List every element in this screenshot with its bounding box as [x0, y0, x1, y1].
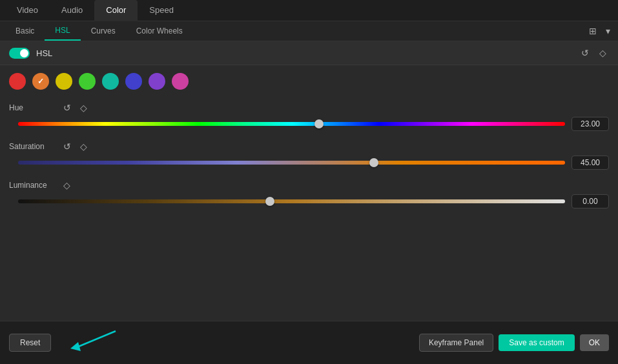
luminance-row: Luminance ◇ [9, 179, 609, 192]
luminance-label: Luminance [9, 181, 61, 190]
reset-button[interactable]: Reset [9, 334, 51, 352]
tab-speed[interactable]: Speed [138, 0, 185, 21]
arrow-annotation [64, 328, 122, 358]
tab-audio[interactable]: Audio [50, 0, 94, 21]
expand-icon[interactable]: ▾ [603, 25, 613, 37]
lum-slider-container [18, 195, 565, 208]
subtab-colorwheels[interactable]: Color Wheels [126, 22, 193, 40]
saturation-label: Saturation [9, 142, 61, 151]
color-circle-green[interactable] [79, 73, 96, 90]
color-circles-row [0, 65, 618, 97]
hsl-label: HSL [36, 48, 579, 58]
sat-track [18, 161, 565, 165]
subtab-basic[interactable]: Basic [5, 22, 45, 40]
hue-icons: ↺ ◇ [61, 101, 90, 114]
hsl-toggle[interactable] [9, 48, 30, 59]
sat-reset-icon[interactable]: ↺ [61, 140, 74, 153]
sat-icons: ↺ ◇ [61, 140, 90, 153]
diamond-icon[interactable]: ◇ [597, 46, 609, 59]
color-circle-orange[interactable] [32, 73, 49, 90]
sat-slider-row: 45.00 [9, 156, 609, 170]
bottom-right-actions: Keyframe Panel Save as custom OK [419, 334, 609, 352]
color-circle-teal[interactable] [102, 73, 119, 90]
saturation-row: Saturation ↺ ◇ [9, 140, 609, 153]
color-circle-purple[interactable] [149, 73, 165, 90]
lum-value[interactable]: 0.00 [572, 194, 609, 208]
main-content: HSL ↺ ◇ Hue ↺ ◇ [0, 41, 618, 321]
save-as-custom-button[interactable]: Save as custom [499, 334, 574, 351]
sub-tab-bar: Basic HSL Curves Color Wheels ⊞ ▾ [0, 21, 618, 41]
tab-video[interactable]: Video [5, 0, 50, 21]
color-circle-blue[interactable] [125, 73, 142, 90]
hsl-header: HSL ↺ ◇ [0, 41, 618, 65]
sat-value[interactable]: 45.00 [572, 156, 609, 170]
hue-reset-icon[interactable]: ↺ [61, 101, 74, 114]
sat-diamond-icon[interactable]: ◇ [77, 140, 90, 153]
sat-slider-container [18, 156, 565, 169]
hue-track [18, 122, 565, 126]
lum-track [18, 199, 565, 203]
color-circle-red[interactable] [9, 73, 26, 90]
hue-slider-row: 23.00 [9, 117, 609, 131]
layout-toggle-icon[interactable]: ⊞ [586, 25, 599, 37]
keyframe-panel-button[interactable]: Keyframe Panel [419, 334, 493, 352]
color-circle-magenta[interactable] [172, 73, 189, 90]
bottom-bar: Reset Keyframe Panel Save as custom OK [0, 321, 618, 364]
ok-button[interactable]: OK [580, 334, 609, 351]
hue-thumb[interactable] [314, 119, 324, 128]
hue-value[interactable]: 23.00 [572, 117, 609, 131]
sliders-section: Hue ↺ ◇ 23.00 Saturation ↺ ◇ [0, 97, 618, 224]
lum-slider-row: 0.00 [9, 194, 609, 208]
svg-line-0 [77, 331, 116, 347]
hue-slider-container [18, 117, 565, 130]
hue-label: Hue [9, 103, 61, 112]
top-tab-bar: Video Audio Color Speed [0, 0, 618, 21]
hue-diamond-icon[interactable]: ◇ [77, 101, 90, 114]
hue-row: Hue ↺ ◇ [9, 101, 609, 114]
svg-marker-1 [70, 342, 81, 351]
color-circle-yellow[interactable] [56, 73, 72, 90]
lum-diamond-icon[interactable]: ◇ [61, 179, 73, 192]
reset-icon[interactable]: ↺ [579, 46, 592, 59]
hsl-icon-group: ↺ ◇ [579, 46, 609, 59]
sat-thumb[interactable] [369, 158, 378, 167]
lum-icons: ◇ [61, 179, 73, 192]
subtab-hsl[interactable]: HSL [45, 21, 80, 41]
subtab-curves[interactable]: Curves [81, 22, 126, 40]
lum-thumb[interactable] [265, 197, 274, 206]
tab-color[interactable]: Color [94, 0, 138, 21]
